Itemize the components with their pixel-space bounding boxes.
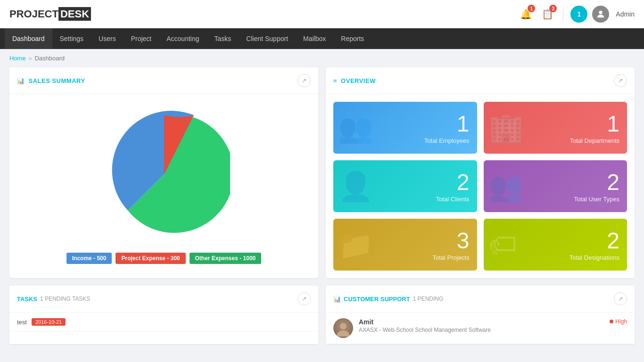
header: PROJECTDESK 🔔 1 📋 3 1 Admin [0,0,644,28]
nav-item-mailbox[interactable]: Mailbox [296,28,333,49]
task-name: test [17,319,27,326]
user-types-number: 2 [607,171,619,194]
notifications-button[interactable]: 🔔 1 [517,6,534,23]
designations-number: 2 [607,230,619,252]
avatar-image [333,318,353,338]
breadcrumb-home[interactable]: Home [9,55,26,62]
stat-total-employees[interactable]: 👥 1 Total Employees [333,102,477,154]
breadcrumb-separator: » [29,55,32,62]
bar-chart-icon: 📊 [17,77,25,84]
breadcrumb: Home » Dashboard [0,49,644,67]
nav-item-reports[interactable]: Reports [333,28,372,49]
priority-label: High [615,318,627,325]
tasks-card: TASKS 1 pending tasks ↗ test 2016-10-21 [9,286,318,344]
support-pending-label: 1 pending [413,296,444,302]
stat-total-clients[interactable]: 👤 2 Total Clients [333,160,477,212]
stat-total-projects[interactable]: 📁 3 Total Projects [333,219,477,271]
customer-support-card: 📊 CUSTOMER SUPPORT 1 pending ↗ [326,286,635,344]
task-date: 2016-10-21 [32,318,66,326]
departments-bg-icon: 🏢 [488,111,524,145]
legend-expense: Project Expense - 300 [116,253,185,264]
tasks-header: TASKS 1 pending tasks ↗ [9,286,318,313]
support-priority: High [610,318,627,325]
sales-expand-button[interactable]: ↗ [297,74,311,87]
support-expand-button[interactable]: ↗ [614,292,627,305]
support-row: Amit AXASX - Web-School School Managemen… [326,313,635,344]
user-types-bg-icon: 👥 [488,170,524,203]
employees-label: Total Employees [424,137,469,144]
support-avatar [333,318,353,338]
tasks-title-text: TASKS [17,296,37,303]
projects-number: 3 [457,230,470,252]
main-content: 📊 SALES SUMMARY ↗ [0,67,644,354]
header-divider [563,7,563,21]
tickets-button[interactable]: 📋 3 [539,6,556,23]
row-top: 📊 SALES SUMMARY ↗ [9,67,635,278]
sales-body: Income - 500 Project Expense - 300 Other… [9,94,318,273]
customer-support-title: 📊 CUSTOMER SUPPORT 1 pending [333,296,443,303]
priority-dot [610,320,613,323]
tickets-badge: 3 [549,5,557,12]
employees-bg-icon: 👥 [338,111,373,145]
departments-label: Total Departments [570,137,620,144]
task-row: test 2016-10-21 [9,313,318,332]
notifications-badge: 1 [528,5,535,12]
clients-number: 2 [457,171,470,194]
svg-point-0 [599,11,603,14]
overview-grid: 👥 1 Total Employees 🏢 1 Total Department… [326,94,635,278]
overview-expand-button[interactable]: ↗ [614,74,627,87]
tasks-expand-button[interactable]: ↗ [297,292,311,305]
user-types-label: Total User Types [574,196,619,203]
tasks-pending-label: 1 pending tasks [40,296,90,302]
sales-summary-header: 📊 SALES SUMMARY ↗ [9,67,318,94]
projects-bg-icon: 📁 [338,228,373,262]
nav-item-tasks[interactable]: Tasks [207,28,239,49]
overview-header: ≡ OVERVIEW ↗ [326,67,635,94]
nav-item-accounting[interactable]: Accounting [159,28,206,49]
tasks-title: TASKS 1 pending tasks [17,296,90,303]
admin-label: Admin [616,10,635,18]
user-number-avatar: 1 [570,6,587,23]
departments-number: 1 [607,113,619,135]
nav-item-project[interactable]: Project [124,28,159,49]
support-list: Amit AXASX - Web-School School Managemen… [326,313,635,344]
pie-chart [89,104,239,245]
sales-summary-title: 📊 SALES SUMMARY [17,77,85,84]
sales-summary-card: 📊 SALES SUMMARY ↗ [9,67,318,278]
clients-bg-icon: 👤 [338,170,373,203]
list-icon: ≡ [333,77,337,84]
nav-item-users[interactable]: Users [91,28,124,49]
breadcrumb-current: Dashboard [34,55,65,62]
logo-desk-text: DESK [58,7,91,21]
chart-icon: 📊 [333,296,341,303]
tasks-list: test 2016-10-21 [9,313,318,332]
support-info: Amit AXASX - Web-School School Managemen… [359,318,604,333]
overview-card: ≡ OVERVIEW ↗ 👥 1 Total Employees 🏢 1 Tot… [326,67,635,278]
stat-total-designations[interactable]: 🏷 2 Total Designations [484,219,627,271]
row-bottom: TASKS 1 pending tasks ↗ test 2016-10-21 … [9,286,635,344]
stat-total-departments[interactable]: 🏢 1 Total Departments [484,102,627,154]
employees-number: 1 [457,113,470,135]
projects-label: Total Projects [432,254,469,261]
support-user-name: Amit [359,318,604,326]
main-nav: Dashboard Settings Users Project Account… [0,28,644,49]
legend-income: Income - 500 [66,253,112,264]
svg-point-1 [340,323,347,329]
nav-item-client-support[interactable]: Client Support [239,28,296,49]
nav-item-dashboard[interactable]: Dashboard [5,28,52,49]
pie-legend: Income - 500 Project Expense - 300 Other… [66,253,262,264]
app-logo: PROJECTDESK [9,8,91,20]
customer-support-header: 📊 CUSTOMER SUPPORT 1 pending ↗ [326,286,635,313]
support-description: AXASX - Web-School School Management Sof… [359,327,604,333]
logo-project-text: PROJECT [9,8,58,20]
designations-bg-icon: 🏷 [488,229,517,261]
stat-total-user-types[interactable]: 👥 2 Total User Types [484,160,627,212]
overview-title: ≡ OVERVIEW [333,77,376,84]
user-profile-icon[interactable] [592,6,609,23]
header-right: 🔔 1 📋 3 1 Admin [517,6,635,23]
designations-label: Total Designations [570,254,619,261]
legend-other-expenses: Other Expenses - 1000 [190,253,262,264]
clients-label: Total Clients [436,196,470,203]
nav-item-settings[interactable]: Settings [52,28,91,49]
